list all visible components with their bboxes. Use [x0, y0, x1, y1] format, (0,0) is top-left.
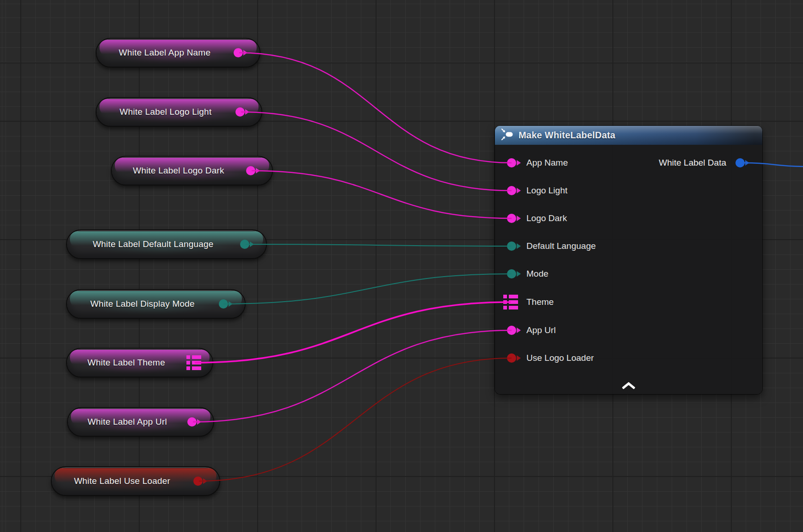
- wire[interactable]: [199, 358, 512, 481]
- input-pin-label: Mode: [526, 269, 549, 279]
- struct-cell: [192, 355, 201, 359]
- input-pin-app-url[interactable]: [507, 326, 516, 335]
- make-whitelabeldata-node[interactable]: Make WhiteLabelData App NameLogo LightLo…: [495, 126, 762, 394]
- input-pin-label: Default Language: [526, 241, 596, 251]
- input-pin-default-language[interactable]: [507, 241, 516, 251]
- getter-node-white-label-logo-dark[interactable]: White Label Logo Dark: [111, 156, 273, 186]
- getter-output-pin-white-label-logo-light[interactable]: [235, 107, 245, 117]
- make-struct-icon: [501, 128, 514, 142]
- struct-cell: [192, 361, 201, 365]
- input-pin-row-theme: Theme: [495, 295, 762, 309]
- struct-cell: [503, 306, 507, 309]
- getter-label: White Label Display Mode: [90, 299, 222, 309]
- input-pin-row-app-url: App Url: [495, 323, 762, 338]
- getter-node-white-label-logo-light[interactable]: White Label Logo Light: [96, 97, 262, 127]
- struct-cell: [509, 295, 518, 298]
- getter-output-pin-white-label-default-language[interactable]: [240, 240, 249, 249]
- blueprint-graph-canvas[interactable]: Make WhiteLabelData App NameLogo LightLo…: [0, 0, 803, 532]
- getter-node-white-label-theme[interactable]: White Label Theme: [66, 348, 213, 377]
- struct-cell: [192, 366, 201, 370]
- getter-node-white-label-default-language[interactable]: White Label Default Language: [66, 229, 267, 259]
- chevron-up-icon: [622, 382, 635, 389]
- getter-output-pin-white-label-display-mode[interactable]: [219, 299, 228, 309]
- node-title: Make WhiteLabelData: [519, 130, 615, 141]
- struct-cell: [509, 306, 518, 309]
- input-pin-label: Logo Light: [526, 186, 568, 196]
- struct-cell: [186, 366, 190, 370]
- struct-cell: [186, 361, 190, 365]
- struct-cell: [186, 355, 190, 359]
- getter-label: White Label App Name: [119, 48, 237, 58]
- struct-cell: [503, 295, 507, 298]
- input-pin-label: Use Logo Loader: [526, 353, 594, 363]
- getter-output-pin-white-label-app-name[interactable]: [234, 48, 243, 57]
- output-pin-white-label-data[interactable]: [735, 158, 745, 167]
- wire[interactable]: [239, 53, 512, 163]
- struct-cell: [509, 300, 518, 304]
- getter-label: White Label Logo Dark: [133, 166, 251, 176]
- getter-output-pin-white-label-app-url[interactable]: [187, 417, 197, 427]
- input-pin-row-logo-dark: Logo Dark: [495, 211, 762, 226]
- input-pin-theme[interactable]: [503, 295, 518, 309]
- output-pin-label: White Label Data: [659, 158, 726, 168]
- input-pin-label: Theme: [526, 297, 554, 307]
- getter-node-white-label-app-url[interactable]: White Label App Url: [67, 407, 214, 437]
- input-pin-row-use-logo-loader: Use Logo Loader: [495, 351, 762, 365]
- getter-node-white-label-app-name[interactable]: White Label App Name: [96, 38, 260, 68]
- struct-cell: [503, 300, 507, 304]
- output-pin-row: White Label Data: [495, 155, 762, 170]
- input-pin-mode[interactable]: [507, 269, 516, 278]
- getter-label: White Label App Url: [87, 417, 194, 427]
- input-pin-label: App Url: [526, 325, 556, 335]
- node-header[interactable]: Make WhiteLabelData: [495, 126, 762, 145]
- input-pin-row-default-language: Default Language: [495, 239, 762, 254]
- wire[interactable]: [223, 274, 512, 304]
- getter-label: White Label Default Language: [93, 239, 240, 249]
- getter-label: White Label Logo Light: [120, 107, 239, 117]
- collapse-node-button[interactable]: [619, 380, 638, 390]
- input-pin-use-logo-loader[interactable]: [507, 353, 516, 363]
- input-pin-label: Logo Dark: [526, 213, 567, 223]
- input-pin-row-mode: Mode: [495, 266, 762, 281]
- getter-output-pin-white-label-theme[interactable]: [186, 355, 201, 370]
- input-pin-logo-dark[interactable]: [507, 214, 516, 223]
- input-pin-logo-light[interactable]: [507, 186, 516, 195]
- getter-node-white-label-use-loader[interactable]: White Label Use Loader: [51, 466, 220, 496]
- getter-label: White Label Theme: [87, 358, 192, 368]
- getter-label: White Label Use Loader: [74, 476, 197, 486]
- wire[interactable]: [241, 112, 512, 191]
- getter-output-pin-white-label-logo-dark[interactable]: [246, 166, 255, 175]
- getter-output-pin-white-label-use-loader[interactable]: [193, 476, 203, 486]
- getter-node-white-label-display-mode[interactable]: White Label Display Mode: [66, 289, 246, 319]
- wire[interactable]: [246, 244, 512, 246]
- wire[interactable]: [193, 330, 512, 422]
- input-pin-row-logo-light: Logo Light: [495, 183, 762, 198]
- wire[interactable]: [252, 171, 512, 218]
